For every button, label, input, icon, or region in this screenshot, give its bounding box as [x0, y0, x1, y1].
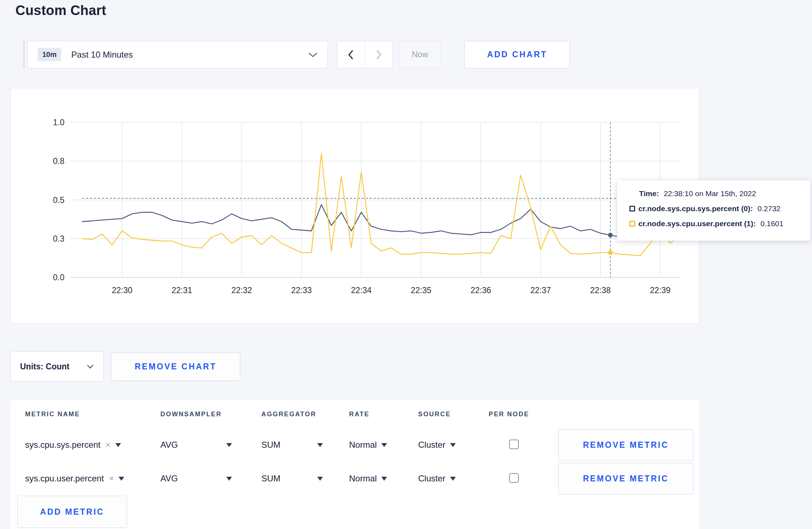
units-select-label: Units: Count	[20, 362, 87, 372]
now-button[interactable]: Now	[399, 41, 441, 68]
hover-point	[608, 250, 613, 255]
remove-chart-button[interactable]: REMOVE CHART	[111, 353, 240, 381]
metric-name-select[interactable]: sys.cpu.sys.percent ×	[25, 440, 160, 450]
hover-point	[608, 233, 613, 237]
downsampler-value: AVG	[160, 440, 178, 450]
y-axis-tick-label: 0.8	[53, 156, 64, 166]
tooltip-time-label: Time:	[639, 189, 659, 198]
time-pager	[337, 41, 393, 68]
downsampler-select[interactable]: AVG	[160, 440, 232, 450]
x-axis-tick-label: 22:31	[171, 286, 192, 295]
chart-card: 0.00.30.50.81.022:3022:3122:3222:3322:34…	[10, 88, 699, 324]
metric-name-value: sys.cpu.sys.percent	[25, 440, 101, 450]
prev-time-button[interactable]	[337, 41, 365, 68]
tooltip-time-value: 22:38:10 on Mar 15th, 2022	[664, 189, 756, 198]
rate-value: Normal	[349, 440, 377, 450]
time-range-label: Past 10 Minutes	[71, 50, 308, 60]
dropdown-arrow-icon	[317, 443, 323, 447]
dropdown-arrow-icon	[450, 477, 456, 481]
source-value: Cluster	[418, 474, 445, 484]
col-header-rate: RATE	[349, 411, 418, 418]
col-header-metric-name: METRIC NAME	[25, 411, 160, 418]
aggregator-value: SUM	[261, 440, 280, 450]
x-axis-tick-label: 22:37	[530, 286, 551, 295]
col-header-downsampler: DOWNSAMPLER	[160, 411, 261, 418]
series-line-1	[82, 154, 680, 256]
col-header-per-node: PER NODE	[489, 411, 548, 418]
dropdown-arrow-icon	[226, 443, 232, 447]
per-node-checkbox[interactable]	[509, 440, 519, 449]
time-range-badge: 10m	[38, 48, 61, 61]
metrics-table-header: METRIC NAME DOWNSAMPLER AGGREGATOR RATE …	[10, 400, 699, 428]
metric-row: sys.cpu.sys.percent × AVG SUM Normal Clu…	[10, 428, 699, 462]
aggregator-select[interactable]: SUM	[261, 474, 323, 484]
chevron-down-icon	[87, 364, 94, 369]
x-axis-tick-label: 22:34	[351, 286, 372, 295]
per-node-checkbox[interactable]	[509, 473, 519, 483]
clear-metric-icon[interactable]: ×	[109, 474, 114, 484]
dropdown-arrow-icon	[115, 443, 121, 447]
metric-name-select[interactable]: sys.cpu.user.percent ×	[25, 474, 160, 484]
add-chart-button[interactable]: ADD CHART	[464, 41, 570, 68]
x-axis-tick-label: 22:39	[650, 286, 671, 295]
x-axis-tick-label: 22:35	[411, 286, 431, 295]
x-axis-tick-label: 22:33	[291, 286, 312, 295]
rate-value: Normal	[349, 474, 377, 484]
dropdown-arrow-icon	[119, 477, 124, 481]
series-user-swatch-icon	[629, 221, 635, 227]
metrics-table: METRIC NAME DOWNSAMPLER AGGREGATOR RATE …	[10, 400, 699, 529]
next-time-button[interactable]	[365, 41, 393, 68]
chevron-right-icon	[376, 50, 382, 60]
tooltip-series-label: cr.node.sys.cpu.user.percent (1):	[638, 219, 756, 228]
page-title: Custom Chart	[15, 3, 106, 18]
chevron-left-icon	[348, 50, 354, 60]
tooltip-time-row: Time: 22:38:10 on Mar 15th, 2022	[629, 189, 810, 198]
col-header-aggregator: AGGREGATOR	[261, 411, 349, 418]
y-axis-tick-label: 1.0	[53, 118, 64, 127]
chart-plot[interactable]: 0.00.30.50.81.022:3022:3122:3222:3322:34…	[11, 88, 699, 323]
remove-metric-button[interactable]: REMOVE METRIC	[558, 463, 693, 494]
downsampler-select[interactable]: AVG	[160, 474, 232, 484]
x-axis-tick-label: 22:32	[231, 286, 252, 295]
tooltip-series-row: cr.node.sys.cpu.sys.percent (0): 0.2732	[629, 204, 810, 213]
metric-row: sys.cpu.user.percent × AVG SUM Normal Cl…	[10, 462, 699, 495]
series-sys-swatch-icon	[629, 206, 635, 212]
units-select[interactable]: Units: Count	[10, 351, 103, 382]
tooltip-series-row: cr.node.sys.cpu.user.percent (1): 0.1601	[629, 219, 810, 228]
y-axis-tick-label: 0.3	[53, 234, 64, 243]
toolbar-divider	[24, 41, 24, 68]
x-axis-tick-label: 22:38	[590, 286, 611, 295]
source-select[interactable]: Cluster	[418, 440, 456, 450]
tooltip-series-value: 0.1601	[760, 219, 783, 228]
x-axis-tick-label: 22:30	[112, 286, 132, 295]
downsampler-value: AVG	[160, 474, 178, 484]
add-metric-button[interactable]: ADD METRIC	[17, 496, 127, 528]
dropdown-arrow-icon	[450, 443, 456, 447]
tooltip-series-value: 0.2732	[758, 204, 780, 213]
series-line-0	[82, 205, 680, 237]
clear-metric-icon[interactable]: ×	[106, 440, 111, 450]
source-value: Cluster	[418, 440, 445, 450]
remove-metric-button[interactable]: REMOVE METRIC	[558, 429, 693, 461]
chart-tooltip: Time: 22:38:10 on Mar 15th, 2022 cr.node…	[617, 180, 811, 241]
dropdown-arrow-icon	[381, 477, 387, 481]
aggregator-select[interactable]: SUM	[261, 440, 323, 450]
chevron-down-icon	[308, 52, 318, 58]
y-axis-tick-label: 0.0	[53, 273, 64, 282]
dropdown-arrow-icon	[317, 477, 323, 481]
aggregator-value: SUM	[261, 474, 280, 484]
dropdown-arrow-icon	[381, 443, 387, 447]
dropdown-arrow-icon	[226, 477, 232, 481]
rate-select[interactable]: Normal	[349, 474, 387, 484]
tooltip-series-label: cr.node.sys.cpu.sys.percent (0):	[638, 204, 753, 213]
custom-chart-page: Custom Chart 10m Past 10 Minutes Now ADD…	[0, 0, 812, 529]
time-range-select[interactable]: 10m Past 10 Minutes	[27, 41, 328, 68]
col-header-source: SOURCE	[418, 411, 489, 418]
source-select[interactable]: Cluster	[418, 474, 456, 484]
metric-name-value: sys.cpu.user.percent	[25, 474, 104, 484]
x-axis-tick-label: 22:36	[470, 286, 491, 295]
rate-select[interactable]: Normal	[349, 440, 387, 450]
y-axis-tick-label: 0.5	[53, 195, 64, 205]
